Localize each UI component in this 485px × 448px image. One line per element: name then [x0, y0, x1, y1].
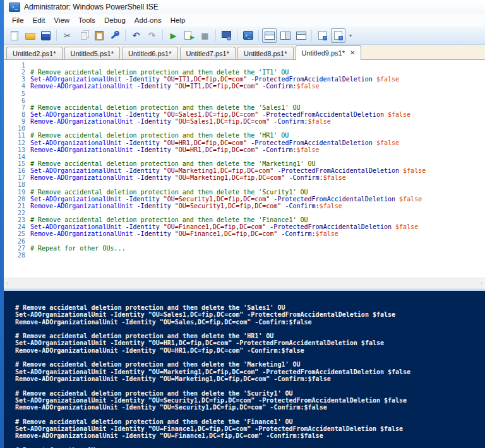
save-icon[interactable]: [39, 28, 53, 43]
toolbar-separator: [311, 30, 312, 41]
paste-icon[interactable]: [92, 28, 106, 43]
menu-bar: FileEditViewToolsDebugAdd-onsHelp: [4, 14, 485, 27]
code-text: # Repeat for other OUs...: [25, 245, 126, 252]
console-line: # Remove accidental deletion protection …: [15, 390, 481, 397]
console-line: # Remove accidental deletion protection …: [15, 304, 481, 311]
line-number: 8: [4, 111, 25, 118]
tab-label: Untitled2.ps1*: [13, 50, 56, 57]
powershell-ise-window: ›_ Administrator: Windows PowerShell ISE…: [4, 0, 485, 448]
open-script-icon[interactable]: [23, 28, 37, 43]
editor-line: 4Remove-ADOrganizationalUnit -Identity "…: [4, 83, 485, 90]
line-number: 22: [4, 209, 25, 216]
show-script-pane-a-icon[interactable]: [315, 28, 330, 43]
new-remote-tab-icon[interactable]: [219, 28, 234, 43]
console-line: Set-ADOrganizationalUnit -Identity "OU=S…: [15, 397, 481, 404]
line-number: 14: [4, 153, 25, 160]
line-number: 11: [4, 132, 25, 139]
code-text: [25, 62, 30, 69]
redo-icon[interactable]: [145, 28, 159, 43]
console-line: Set-ADOrganizationalUnit -Identity "OU=H…: [15, 339, 481, 346]
window-title: Administrator: Windows PowerShell ISE: [24, 3, 159, 11]
toolbar-separator: [215, 30, 216, 41]
toolbar-separator: [258, 30, 259, 41]
code-text: [25, 125, 30, 132]
code-text: [25, 181, 30, 188]
tab-untitled6-ps1-[interactable]: Untitled6.ps1*: [122, 47, 178, 59]
console-pane[interactable]: # Remove accidental deletion protection …: [4, 291, 485, 448]
code-text: Remove-ADOrganizationalUnit -Identity "O…: [25, 174, 346, 181]
toolbar-overflow-icon[interactable]: ▾: [346, 29, 355, 42]
menu-item-tools[interactable]: Tools: [74, 15, 100, 25]
code-text: Set-ADOrganizationalUnit -Identity "OU=H…: [25, 139, 399, 146]
run-selection-icon[interactable]: [182, 28, 196, 43]
stop-operation-icon[interactable]: [198, 28, 212, 43]
toolbar-separator: [162, 30, 163, 41]
code-text: Set-ADOrganizationalUnit -Identity "OU=S…: [25, 111, 410, 118]
show-script-pane-b-icon[interactable]: [331, 28, 345, 43]
editor-line: 27# Repeat for other OUs...: [4, 245, 485, 252]
copy-icon[interactable]: [76, 28, 90, 43]
editor-line: 5: [4, 90, 485, 97]
code-text: [25, 238, 30, 245]
editor-line: 20Set-ADOrganizationalUnit -Identity "OU…: [4, 196, 485, 203]
layout-console-max-icon[interactable]: [294, 28, 308, 43]
line-number: 10: [4, 125, 25, 132]
editor-line: 22: [4, 209, 485, 216]
code-text: # Remove accidental deletion protection …: [25, 160, 316, 167]
tab-label: Untitled7.ps1*: [186, 50, 230, 57]
menu-item-add-ons[interactable]: Add-ons: [130, 15, 166, 25]
code-text: Set-ADOrganizationalUnit -Identity "OU=M…: [25, 167, 426, 174]
new-script-icon[interactable]: [7, 28, 21, 43]
console-line: Remove-ADOrganizationalUnit -Identity "O…: [15, 347, 481, 354]
line-number: 25: [4, 230, 25, 237]
toolbar-separator: [125, 30, 126, 41]
run-script-icon[interactable]: [166, 28, 181, 43]
script-editor-pane[interactable]: 12# Remove accidental deletion protectio…: [4, 60, 485, 278]
editor-line: 13Remove-ADOrganizationalUnit -Identity …: [4, 146, 485, 153]
code-text: [25, 153, 30, 160]
console-line: # Remove accidental deletion protection …: [15, 361, 481, 368]
layout-script-top-icon[interactable]: [262, 28, 277, 43]
console-line: Remove-ADOrganizationalUnit -Identity "O…: [15, 375, 481, 382]
undo-icon[interactable]: [129, 28, 143, 43]
menu-item-file[interactable]: File: [8, 15, 28, 25]
line-number: 28: [4, 252, 25, 259]
line-number: 16: [4, 167, 25, 174]
menu-item-edit[interactable]: Edit: [28, 15, 50, 25]
editor-line: 2# Remove accidental deletion protection…: [4, 69, 485, 76]
code-text: # Remove accidental deletion protection …: [25, 69, 289, 76]
tab-untitled9-ps1-[interactable]: Untitled9.ps1*✕: [296, 45, 362, 60]
editor-horizontal-scrollbar[interactable]: ‹ ›: [4, 278, 485, 288]
menu-item-help[interactable]: Help: [166, 15, 190, 25]
start-powershell-icon[interactable]: [241, 28, 255, 43]
layout-script-right-icon[interactable]: [278, 28, 292, 43]
console-line: Remove-ADOrganizationalUnit -Identity "O…: [15, 404, 481, 411]
tab-untitled5-ps1-[interactable]: Untitled5.ps1*: [64, 47, 121, 59]
line-number: 1: [4, 62, 25, 69]
console-line: Set-ADOrganizationalUnit -Identity "OU=F…: [15, 425, 481, 432]
line-number: 23: [4, 216, 25, 223]
toolbar: ▾: [4, 27, 485, 45]
code-text: Remove-ADOrganizationalUnit -Identity "O…: [25, 118, 331, 125]
scroll-right-icon[interactable]: ›: [481, 280, 482, 286]
console-line: [15, 411, 481, 418]
scroll-left-icon[interactable]: ‹: [6, 280, 8, 286]
cut-icon[interactable]: [60, 28, 75, 43]
code-text: Remove-ADOrganizationalUnit -Identity "O…: [25, 203, 342, 209]
tab-close-icon[interactable]: ✕: [350, 50, 355, 56]
tab-label: Untitled9.ps1*: [302, 49, 345, 57]
line-number: 3: [4, 76, 25, 83]
menu-item-debug[interactable]: Debug: [100, 15, 130, 25]
editor-line: 21Remove-ADOrganizationalUnit -Identity …: [4, 203, 485, 209]
clear-console-icon[interactable]: [107, 28, 122, 43]
tab-untitled2-ps1-[interactable]: Untitled2.ps1*: [6, 47, 63, 59]
tab-untitled8-ps1-[interactable]: Untitled8.ps1*: [237, 47, 294, 59]
menu-item-view[interactable]: View: [49, 15, 74, 25]
console-line: [15, 354, 481, 361]
tab-label: Untitled6.ps1*: [128, 50, 172, 57]
tab-label: Untitled5.ps1*: [71, 50, 114, 57]
editor-line: 14: [4, 153, 485, 160]
tab-untitled7-ps1-[interactable]: Untitled7.ps1*: [180, 47, 236, 59]
editor-line: 19# Remove accidental deletion protectio…: [4, 189, 485, 196]
code-text: Remove-ADOrganizationalUnit -Identity "O…: [25, 230, 338, 237]
